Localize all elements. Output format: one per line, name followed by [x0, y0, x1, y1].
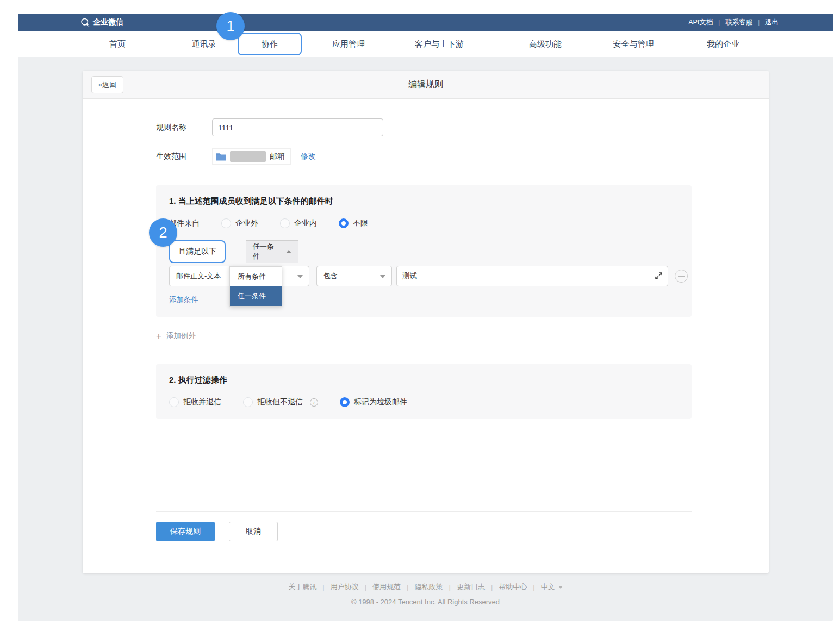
- tab-home[interactable]: 首页: [109, 39, 126, 49]
- tab-collaboration-callout: 协作: [238, 33, 302, 55]
- radio-icon[interactable]: [280, 218, 290, 228]
- scope-tag: 邮箱: [212, 148, 291, 165]
- radio-option-mark-spam[interactable]: 标记为垃圾邮件: [340, 397, 407, 407]
- tab-app-management[interactable]: 应用管理: [332, 39, 365, 49]
- divider: |: [758, 19, 760, 26]
- footer-changelog-link[interactable]: 更新日志: [457, 582, 485, 592]
- radio-option-reject-bounce[interactable]: 拒收并退信: [169, 397, 221, 407]
- match-type-dropdown[interactable]: 任一条件: [246, 240, 298, 263]
- content-area: «返回 编辑规则 规则名称 生效范围: [18, 57, 833, 621]
- radio-label: 拒收但不退信: [257, 397, 303, 407]
- caret-down-icon: [558, 586, 563, 589]
- radio-selected-icon[interactable]: [340, 397, 350, 407]
- page-footer: 关于腾讯| 用户协议| 使用规范| 隐私政策| 更新日志| 帮助中心| 中文 ©…: [18, 582, 833, 606]
- language-label: 中文: [541, 582, 555, 592]
- caret-down-icon: [380, 275, 385, 278]
- divider: |: [491, 583, 493, 591]
- edit-rule-card: «返回 编辑规则 规则名称 生效范围: [83, 71, 769, 573]
- divider: [156, 353, 692, 353]
- radio-label: 拒收并退信: [183, 397, 221, 407]
- scope-label: 生效范围: [156, 152, 198, 161]
- api-docs-link[interactable]: API文档: [688, 18, 713, 27]
- main-nav: 首页 通讯录 协作 应用管理 客户与上下游 高级功能 安全与管理 我的企业: [18, 31, 833, 57]
- condition-value-input[interactable]: [396, 266, 668, 286]
- divider: |: [322, 583, 324, 591]
- footer-usage-policy-link[interactable]: 使用规范: [372, 582, 401, 592]
- match-type-menu: 所有条件 任一条件: [229, 266, 282, 307]
- add-exception-link[interactable]: + 添加例外: [156, 331, 196, 341]
- condition-value-wrap: [396, 266, 668, 286]
- caret-up-icon: [286, 250, 291, 253]
- plus-icon: +: [156, 332, 161, 341]
- radio-icon[interactable]: [221, 218, 231, 228]
- radio-label: 企业外: [235, 218, 258, 228]
- info-icon[interactable]: i: [310, 398, 318, 407]
- tab-security-management[interactable]: 安全与管理: [613, 39, 654, 49]
- caret-down-icon: [297, 275, 303, 278]
- redacted-scope-name: [230, 151, 266, 162]
- annotation-step-1-badge: 1: [216, 12, 245, 40]
- add-condition-link[interactable]: 添加条件: [169, 295, 198, 305]
- mail-from-row: 邮件来自 企业外 企业内 不限: [169, 218, 692, 228]
- modify-scope-link[interactable]: 修改: [301, 152, 316, 161]
- copyright: © 1998 - 2024 Tencent Inc. All Rights Re…: [18, 598, 833, 606]
- language-selector[interactable]: 中文: [541, 582, 563, 592]
- save-rule-button[interactable]: 保存规则: [156, 522, 215, 541]
- radio-icon[interactable]: [243, 397, 253, 407]
- logout-link[interactable]: 退出: [765, 18, 779, 27]
- divider: |: [533, 583, 534, 591]
- footer-privacy-link[interactable]: 隐私政策: [415, 582, 443, 592]
- expand-icon[interactable]: [654, 271, 663, 280]
- app-window: 企业微信 API文档 | 联系客服 | 退出 1 2 首页 通讯录 协作 应用管…: [18, 14, 833, 621]
- cancel-button[interactable]: 取消: [229, 522, 278, 541]
- footer-user-agreement-link[interactable]: 用户协议: [331, 582, 359, 592]
- scope-row: 生效范围 邮箱 修改: [156, 148, 769, 165]
- footer-about-link[interactable]: 关于腾讯: [288, 582, 316, 592]
- card-body: 规则名称 生效范围 邮箱: [83, 118, 769, 541]
- divider: |: [449, 583, 451, 591]
- radio-label: 标记为垃圾邮件: [354, 397, 407, 407]
- conditions-panel-title: 1. 当上述范围成员收到满足以下条件的邮件时: [169, 196, 692, 207]
- card-header: «返回 编辑规则: [83, 71, 769, 99]
- topbar-links: API文档 | 联系客服 | 退出: [688, 18, 779, 27]
- tab-advanced-features[interactable]: 高级功能: [529, 39, 562, 49]
- folder-icon: [216, 152, 226, 161]
- radio-option-internal[interactable]: 企业内: [280, 218, 317, 228]
- match-label-annotated: 且满足以下: [169, 240, 226, 263]
- radio-option-unlimited[interactable]: 不限: [339, 218, 368, 228]
- wecom-logo-icon: [80, 18, 90, 27]
- rule-name-input[interactable]: [212, 118, 383, 136]
- rule-name-row: 规则名称: [156, 118, 769, 136]
- contact-support-link[interactable]: 联系客服: [725, 18, 752, 27]
- tab-customers[interactable]: 客户与上下游: [415, 39, 464, 49]
- radio-option-external[interactable]: 企业外: [221, 218, 258, 228]
- radio-icon[interactable]: [169, 397, 179, 407]
- brand: 企业微信: [80, 17, 123, 27]
- match-row: 且满足以下 任一条件: [169, 240, 692, 263]
- scope-suffix: 邮箱: [270, 152, 285, 161]
- condition-operator-select[interactable]: 包含: [316, 266, 392, 286]
- divider: |: [407, 583, 408, 591]
- remove-condition-button[interactable]: [675, 270, 688, 283]
- filter-action-title: 2. 执行过滤操作: [169, 375, 692, 385]
- footer-links: 关于腾讯| 用户协议| 使用规范| 隐私政策| 更新日志| 帮助中心| 中文: [18, 582, 833, 592]
- rule-name-label: 规则名称: [156, 123, 198, 133]
- filter-action-panel: 2. 执行过滤操作 拒收并退信 拒收但不退信 i: [156, 364, 692, 419]
- divider: |: [365, 583, 366, 591]
- tab-contacts[interactable]: 通讯录: [192, 39, 216, 49]
- condition-field-value: 邮件正文-文本: [176, 271, 221, 281]
- tab-collaboration[interactable]: 协作: [262, 39, 278, 49]
- radio-option-reject-silent[interactable]: 拒收但不退信 i: [243, 397, 318, 407]
- menu-item-any-condition[interactable]: 任一条件: [230, 286, 282, 306]
- condition-operator-value: 包含: [323, 271, 338, 281]
- radio-label: 不限: [353, 218, 368, 228]
- tab-my-company[interactable]: 我的企业: [707, 39, 739, 49]
- divider: [156, 511, 692, 512]
- divider: |: [718, 19, 720, 26]
- match-type-value: 任一条件: [253, 242, 279, 261]
- radio-selected-icon[interactable]: [339, 218, 349, 228]
- menu-item-all-conditions[interactable]: 所有条件: [230, 267, 282, 286]
- conditions-panel: 1. 当上述范围成员收到满足以下条件的邮件时 邮件来自 企业外 企业内: [156, 185, 692, 317]
- page-title: 编辑规则: [83, 79, 769, 90]
- footer-help-center-link[interactable]: 帮助中心: [499, 582, 527, 592]
